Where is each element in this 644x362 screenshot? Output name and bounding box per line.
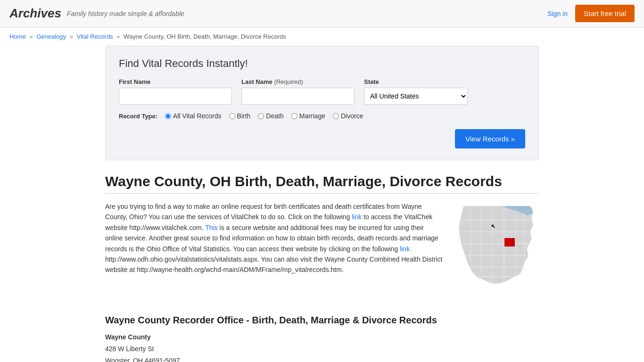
breadcrumb-home[interactable]: Home [9,33,26,40]
form-row-fields: First Name Last Name (Required) State Al… [119,78,525,105]
header: Archives Family history made simple & af… [0,0,644,27]
svg-rect-12 [504,238,515,247]
sign-in-link[interactable]: Sign in [547,10,568,17]
radio-birth[interactable]: Birth [229,112,251,120]
address1: 428 W Liberty St [105,343,539,355]
archives-logo: Archives [9,6,61,21]
content-area: Are you trying to find a way to make an … [105,201,539,302]
radio-marriage-input[interactable] [291,113,297,119]
page-title: Wayne County, OH Birth, Death, Marriage,… [105,173,539,189]
breadcrumb-sep3: » [116,33,120,40]
breadcrumb: Home » Genealogy » Vital Records » Wayne… [0,27,644,46]
first-name-label: First Name [119,78,232,85]
vitalchek-link[interactable]: link [352,213,362,221]
radio-divorce-label: Divorce [341,112,363,120]
breadcrumb-sep1: » [29,33,33,40]
radio-divorce[interactable]: Divorce [333,112,363,120]
record-type-label: Record Type: [119,113,157,120]
tagline: Family history made simple & affordable [67,10,184,17]
radio-death-input[interactable] [258,113,264,119]
county-info: Wayne County 428 W Liberty St Wooster, O… [105,331,539,362]
title-divider [105,193,539,194]
section2-heading: Wayne County Recorder Office - Birth, De… [105,315,539,326]
state-label: State [364,78,468,85]
search-box: Find Vital Records Instantly! First Name… [105,46,539,160]
search-title: Find Vital Records Instantly! [119,58,525,70]
radio-marriage-label: Marriage [299,112,325,120]
radio-divorce-input[interactable] [333,113,339,119]
view-records-button[interactable]: View Records » [455,129,525,148]
breadcrumb-current: Wayne County, OH Birth, Death, Marriage,… [124,33,286,40]
last-name-group: Last Name (Required) [241,78,355,105]
radio-all-vital-input[interactable] [165,113,171,119]
breadcrumb-genealogy[interactable]: Genealogy [36,33,66,40]
main-content: Find Vital Records Instantly! First Name… [96,46,548,362]
required-label: (Required) [274,78,303,85]
radio-marriage[interactable]: Marriage [291,112,325,120]
odh-link[interactable]: link [400,245,410,253]
radio-birth-label: Birth [237,112,251,120]
radio-death-label: Death [266,112,283,120]
radio-death[interactable]: Death [258,112,283,120]
last-name-label: Last Name (Required) [241,78,355,85]
btn-row: View Records » [119,127,525,148]
header-right: Sign in Start free trial [547,5,635,22]
state-select[interactable]: All United States [364,88,468,105]
body-paragraph: Are you trying to find a way to make an … [105,201,443,275]
radio-all-vital[interactable]: All Vital Records [165,112,221,120]
address2: Wooster, OH 44691-5097 [105,355,539,362]
logo-text: Archives [9,6,61,20]
last-name-input[interactable] [241,88,355,105]
state-group: State All United States [364,78,468,105]
radio-all-vital-label: All Vital Records [173,112,221,120]
record-type-row: Record Type: All Vital Records Birth Dea… [119,112,525,120]
svg-point-14 [493,226,495,228]
first-name-input[interactable] [119,88,232,105]
county-name: Wayne County [105,333,151,341]
header-left: Archives Family history made simple & af… [9,6,184,21]
this-link[interactable]: This [205,224,217,231]
start-trial-button[interactable]: Start free trial [575,5,635,22]
ohio-map [454,201,539,302]
ohio-map-svg [454,201,539,300]
radio-birth-input[interactable] [229,113,235,119]
first-name-group: First Name [119,78,232,105]
breadcrumb-sep2: » [70,33,73,40]
breadcrumb-vital-records[interactable]: Vital Records [77,33,113,40]
content-text: Are you trying to find a way to make an … [105,201,443,302]
